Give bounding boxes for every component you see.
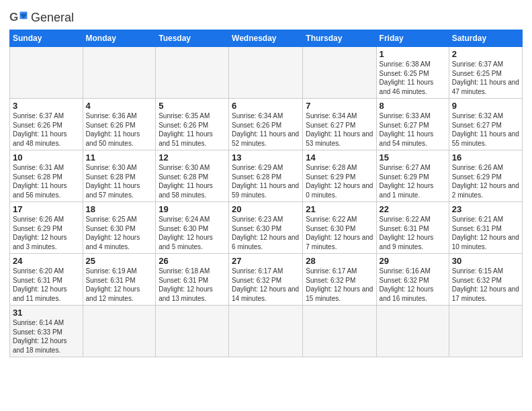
calendar-day-cell: 15Sunrise: 6:27 AM Sunset: 6:29 PM Dayli…	[376, 150, 449, 202]
day-info: Sunrise: 6:24 AM Sunset: 6:30 PM Dayligh…	[159, 215, 226, 251]
day-number: 17	[13, 204, 80, 214]
day-number: 26	[159, 256, 226, 266]
day-info: Sunrise: 6:34 AM Sunset: 6:27 PM Dayligh…	[306, 111, 373, 148]
calendar-day-cell: 28Sunrise: 6:17 AM Sunset: 6:32 PM Dayli…	[303, 254, 376, 306]
calendar-day-cell: 30Sunrise: 6:15 AM Sunset: 6:32 PM Dayli…	[449, 254, 522, 306]
day-info: Sunrise: 6:30 AM Sunset: 6:28 PM Dayligh…	[86, 163, 153, 199]
day-info: Sunrise: 6:38 AM Sunset: 6:25 PM Dayligh…	[380, 60, 446, 96]
day-number: 12	[159, 152, 226, 163]
calendar-day-cell	[10, 47, 83, 99]
day-info: Sunrise: 6:17 AM Sunset: 6:32 PM Dayligh…	[306, 267, 373, 303]
day-number: 28	[306, 256, 373, 266]
weekday-header-thursday: Thursday	[303, 30, 376, 47]
day-info: Sunrise: 6:14 AM Sunset: 6:33 PM Dayligh…	[13, 318, 80, 355]
page: G General SundayMondayTuesdayWednesdayTh…	[0, 0, 532, 411]
calendar-day-cell: 2Sunrise: 6:37 AM Sunset: 6:25 PM Daylig…	[449, 47, 522, 99]
calendar-day-cell: 6Sunrise: 6:34 AM Sunset: 6:26 PM Daylig…	[229, 99, 303, 150]
logo: G General	[9, 9, 74, 26]
day-number: 22	[380, 204, 446, 214]
day-number: 10	[13, 152, 80, 163]
day-info: Sunrise: 6:18 AM Sunset: 6:31 PM Dayligh…	[159, 267, 226, 303]
calendar-day-cell: 24Sunrise: 6:20 AM Sunset: 6:31 PM Dayli…	[10, 254, 83, 306]
calendar-day-cell: 31Sunrise: 6:14 AM Sunset: 6:33 PM Dayli…	[10, 306, 83, 357]
day-info: Sunrise: 6:31 AM Sunset: 6:28 PM Dayligh…	[13, 163, 80, 199]
calendar-day-cell: 12Sunrise: 6:30 AM Sunset: 6:28 PM Dayli…	[156, 150, 229, 202]
calendar-day-cell: 11Sunrise: 6:30 AM Sunset: 6:28 PM Dayli…	[83, 150, 156, 202]
day-number: 29	[380, 256, 446, 266]
day-info: Sunrise: 6:23 AM Sunset: 6:30 PM Dayligh…	[232, 215, 300, 251]
calendar-day-cell	[83, 306, 156, 357]
day-info: Sunrise: 6:15 AM Sunset: 6:32 PM Dayligh…	[452, 267, 519, 303]
weekday-header-wednesday: Wednesday	[229, 30, 303, 47]
calendar-day-cell	[83, 47, 156, 99]
day-number: 1	[380, 49, 446, 59]
calendar-day-cell: 8Sunrise: 6:33 AM Sunset: 6:27 PM Daylig…	[376, 99, 449, 150]
calendar-week-row: 17Sunrise: 6:26 AM Sunset: 6:29 PM Dayli…	[10, 202, 523, 254]
calendar-day-cell: 5Sunrise: 6:35 AM Sunset: 6:26 PM Daylig…	[156, 99, 229, 150]
day-number: 30	[452, 256, 519, 266]
calendar-day-cell	[156, 47, 229, 99]
day-number: 3	[13, 101, 80, 111]
calendar-day-cell: 4Sunrise: 6:36 AM Sunset: 6:26 PM Daylig…	[83, 99, 156, 150]
day-info: Sunrise: 6:27 AM Sunset: 6:29 PM Dayligh…	[380, 163, 446, 199]
day-number: 5	[159, 101, 226, 111]
svg-text:G: G	[9, 11, 18, 24]
calendar-day-cell: 21Sunrise: 6:22 AM Sunset: 6:30 PM Dayli…	[303, 202, 376, 254]
calendar-day-cell	[229, 306, 303, 357]
calendar-day-cell: 10Sunrise: 6:31 AM Sunset: 6:28 PM Dayli…	[10, 150, 83, 202]
day-number: 14	[306, 152, 373, 163]
day-number: 15	[380, 152, 446, 163]
day-number: 11	[86, 152, 153, 163]
day-info: Sunrise: 6:20 AM Sunset: 6:31 PM Dayligh…	[13, 267, 80, 303]
calendar-week-row: 31Sunrise: 6:14 AM Sunset: 6:33 PM Dayli…	[10, 306, 523, 357]
day-number: 9	[452, 101, 519, 111]
calendar-day-cell	[449, 306, 522, 357]
day-info: Sunrise: 6:32 AM Sunset: 6:27 PM Dayligh…	[452, 111, 519, 148]
day-number: 24	[13, 256, 80, 266]
calendar-day-cell	[376, 306, 449, 357]
day-info: Sunrise: 6:29 AM Sunset: 6:28 PM Dayligh…	[232, 163, 300, 199]
day-info: Sunrise: 6:34 AM Sunset: 6:26 PM Dayligh…	[232, 111, 300, 148]
day-info: Sunrise: 6:16 AM Sunset: 6:32 PM Dayligh…	[380, 267, 446, 303]
calendar-day-cell: 3Sunrise: 6:37 AM Sunset: 6:26 PM Daylig…	[10, 99, 83, 150]
calendar-week-row: 1Sunrise: 6:38 AM Sunset: 6:25 PM Daylig…	[10, 47, 523, 99]
day-number: 25	[86, 256, 153, 266]
weekday-header-monday: Monday	[83, 30, 156, 47]
day-info: Sunrise: 6:17 AM Sunset: 6:32 PM Dayligh…	[232, 267, 300, 303]
calendar-day-cell: 1Sunrise: 6:38 AM Sunset: 6:25 PM Daylig…	[376, 47, 449, 99]
generalblue-logo-icon: G	[9, 9, 28, 26]
day-info: Sunrise: 6:37 AM Sunset: 6:26 PM Dayligh…	[13, 111, 80, 148]
day-info: Sunrise: 6:26 AM Sunset: 6:29 PM Dayligh…	[452, 163, 519, 199]
calendar-day-cell	[303, 306, 376, 357]
day-number: 7	[306, 101, 373, 111]
day-info: Sunrise: 6:19 AM Sunset: 6:31 PM Dayligh…	[86, 267, 153, 303]
day-info: Sunrise: 6:35 AM Sunset: 6:26 PM Dayligh…	[159, 111, 226, 148]
calendar-day-cell: 20Sunrise: 6:23 AM Sunset: 6:30 PM Dayli…	[229, 202, 303, 254]
weekday-header-sunday: Sunday	[10, 30, 83, 47]
calendar-day-cell: 27Sunrise: 6:17 AM Sunset: 6:32 PM Dayli…	[229, 254, 303, 306]
calendar-day-cell	[156, 306, 229, 357]
calendar-day-cell: 29Sunrise: 6:16 AM Sunset: 6:32 PM Dayli…	[376, 254, 449, 306]
day-number: 6	[232, 101, 300, 111]
calendar-day-cell: 7Sunrise: 6:34 AM Sunset: 6:27 PM Daylig…	[303, 99, 376, 150]
calendar-day-cell	[229, 47, 303, 99]
day-info: Sunrise: 6:22 AM Sunset: 6:31 PM Dayligh…	[380, 215, 446, 251]
calendar-week-row: 24Sunrise: 6:20 AM Sunset: 6:31 PM Dayli…	[10, 254, 523, 306]
calendar-week-row: 3Sunrise: 6:37 AM Sunset: 6:26 PM Daylig…	[10, 99, 523, 150]
day-number: 2	[452, 49, 519, 59]
day-info: Sunrise: 6:21 AM Sunset: 6:31 PM Dayligh…	[452, 215, 519, 251]
calendar-day-cell	[303, 47, 376, 99]
calendar-day-cell: 23Sunrise: 6:21 AM Sunset: 6:31 PM Dayli…	[449, 202, 522, 254]
calendar-week-row: 10Sunrise: 6:31 AM Sunset: 6:28 PM Dayli…	[10, 150, 523, 202]
calendar-table: SundayMondayTuesdayWednesdayThursdayFrid…	[9, 30, 523, 357]
day-number: 16	[452, 152, 519, 163]
weekday-header-saturday: Saturday	[449, 30, 522, 47]
calendar-day-cell: 13Sunrise: 6:29 AM Sunset: 6:28 PM Dayli…	[229, 150, 303, 202]
day-number: 4	[86, 101, 153, 111]
day-number: 8	[380, 101, 446, 111]
calendar-day-cell: 9Sunrise: 6:32 AM Sunset: 6:27 PM Daylig…	[449, 99, 522, 150]
day-number: 18	[86, 204, 153, 214]
day-number: 19	[159, 204, 226, 214]
calendar-day-cell: 14Sunrise: 6:28 AM Sunset: 6:29 PM Dayli…	[303, 150, 376, 202]
calendar-day-cell: 26Sunrise: 6:18 AM Sunset: 6:31 PM Dayli…	[156, 254, 229, 306]
